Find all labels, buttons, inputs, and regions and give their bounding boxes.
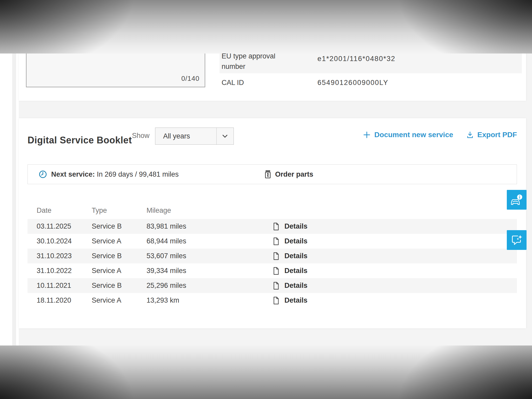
details-button[interactable]: Details — [273, 219, 308, 234]
booklet-actions: Document new service Export PDF — [363, 131, 517, 139]
cell-type: Service B — [92, 278, 122, 293]
details-label: Details — [284, 222, 308, 230]
next-service-info: Next service: In 269 days / 99,481 miles — [39, 165, 179, 184]
chat-sparkles-icon — [510, 234, 523, 246]
cell-mileage: 68,944 miles — [147, 234, 186, 249]
next-service-banner: Next service: In 269 days / 99,481 miles… — [28, 164, 517, 184]
export-pdf-label: Export PDF — [477, 131, 517, 139]
cell-type: Service B — [92, 249, 122, 263]
cell-date: 30.10.2024 — [37, 234, 72, 249]
vehicle-fields: EU type approval number e1*2001/116*0480… — [220, 29, 522, 92]
table-row: 31.10.2023 Service B 53,607 miles Detail… — [28, 249, 517, 263]
table-header-row: Date Type Mileage — [28, 204, 517, 219]
screen: 0/140 EU type approval number e1*2001/11… — [0, 0, 532, 399]
table-row: 10.11.2021 Service B 25,296 miles Detail… — [28, 278, 517, 293]
show-label: Show — [132, 130, 150, 141]
cell-mileage: 53,607 miles — [147, 249, 186, 263]
cell-mileage: 83,981 miles — [147, 219, 186, 234]
document-icon — [273, 237, 279, 245]
cell-type: Service B — [92, 219, 122, 234]
document-new-service-label: Document new service — [374, 131, 453, 139]
header-mileage: Mileage — [147, 207, 171, 215]
table-row: 18.11.2020 Service A 13,293 km Details — [28, 293, 517, 308]
details-button[interactable]: Details — [273, 278, 308, 293]
document-icon — [273, 267, 279, 275]
cell-mileage: 25,296 miles — [147, 278, 186, 293]
field-label: EU type approval number — [222, 51, 287, 72]
plus-icon — [363, 131, 371, 139]
details-label: Details — [284, 296, 308, 304]
order-parts-button[interactable]: Order parts — [264, 165, 313, 184]
document-icon — [273, 252, 279, 260]
years-filter-value: All years — [163, 128, 190, 144]
clock-icon — [39, 170, 47, 178]
document-new-service-button[interactable]: Document new service — [363, 131, 453, 139]
service-comment-textarea[interactable]: 0/140 — [26, 38, 205, 87]
field-label: CAL ID — [222, 77, 287, 88]
details-button[interactable]: Details — [273, 263, 308, 278]
details-label: Details — [284, 282, 308, 290]
cell-date: 03.11.2025 — [37, 219, 71, 234]
download-icon — [466, 131, 474, 139]
details-button[interactable]: Details — [273, 293, 308, 308]
digital-service-booklet-card: Digital Service Booklet Show All years D… — [19, 118, 526, 328]
gutter-strip — [12, 0, 16, 399]
cell-date: 10.11.2021 — [37, 278, 71, 293]
document-icon — [273, 282, 279, 290]
car-info-icon — [510, 194, 523, 205]
cell-type: Service A — [92, 263, 121, 278]
service-table-body: 03.11.2025 Service B 83,981 miles Detail… — [28, 219, 517, 308]
cell-date: 18.11.2020 — [37, 293, 71, 308]
field-row-cal-id: CAL ID 65490126009000LY — [220, 73, 522, 92]
cell-mileage: 39,334 miles — [147, 263, 186, 278]
parts-catalog-icon — [264, 170, 271, 179]
vehicle-data-card: 0/140 EU type approval number e1*2001/11… — [19, 29, 526, 101]
bottom-vignette — [0, 345, 532, 399]
table-row: 03.11.2025 Service B 83,981 miles Detail… — [28, 219, 517, 234]
details-label: Details — [284, 237, 308, 245]
next-service-text: Next service: In 269 days / 99,481 miles — [51, 170, 179, 178]
service-history-table: Date Type Mileage 03.11.2025 Service B 8… — [28, 204, 517, 308]
cell-type: Service A — [92, 234, 121, 249]
feedback-chat-button[interactable] — [507, 230, 527, 250]
document-icon — [273, 223, 279, 230]
cell-date: 31.10.2022 — [37, 263, 72, 278]
years-filter-dropdown[interactable]: All years — [155, 128, 234, 145]
field-row-eu-approval: EU type approval number e1*2001/116*0480… — [220, 29, 522, 73]
cell-date: 31.10.2023 — [37, 249, 72, 263]
char-counter: 0/140 — [181, 75, 200, 83]
details-label: Details — [284, 252, 308, 260]
chevron-down-icon — [216, 128, 234, 144]
vehicle-info-button[interactable] — [507, 190, 527, 210]
table-row: 30.10.2024 Service A 68,944 miles Detail… — [28, 234, 517, 249]
details-label: Details — [284, 267, 308, 275]
order-parts-label: Order parts — [275, 170, 313, 178]
export-pdf-button[interactable]: Export PDF — [466, 131, 517, 139]
next-service-label: Next service: — [51, 170, 95, 178]
document-icon — [273, 297, 279, 304]
left-gutter — [0, 0, 19, 399]
table-row: 31.10.2022 Service A 39,334 miles Detail… — [28, 263, 517, 278]
details-button[interactable]: Details — [273, 249, 308, 263]
field-value: e1*2001/116*0480*32 — [317, 54, 395, 64]
details-button[interactable]: Details — [273, 234, 308, 249]
page-title: Digital Service Booklet — [28, 135, 132, 146]
cell-type: Service A — [92, 293, 121, 308]
cell-mileage: 13,293 km — [147, 293, 179, 308]
next-service-value: In 269 days / 99,481 miles — [97, 170, 179, 178]
field-value: 65490126009000LY — [317, 77, 388, 88]
header-date: Date — [37, 207, 51, 215]
header-type: Type — [92, 207, 107, 215]
